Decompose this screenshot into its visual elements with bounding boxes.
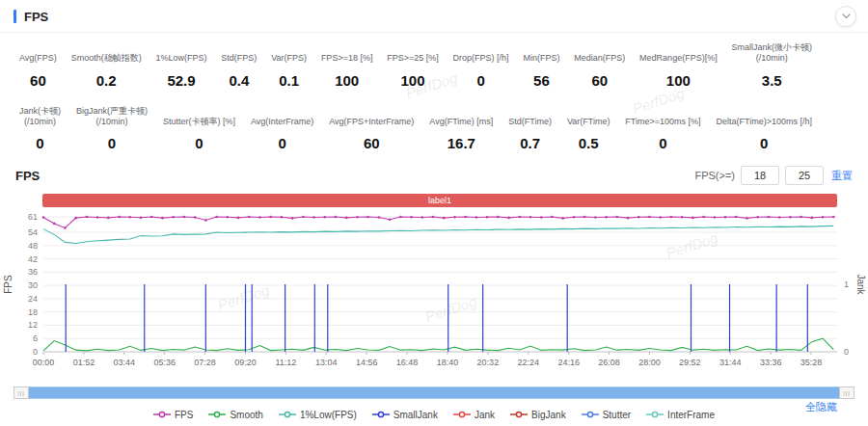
- legend-label: 1%Low(FPS): [300, 410, 357, 420]
- stat-fps-25: FPS>=25 [%]100: [387, 53, 439, 88]
- legend-item-fps[interactable]: FPS: [153, 410, 193, 420]
- svg-text:0: 0: [33, 347, 38, 357]
- timeline-scrollbar: ||| |||: [14, 386, 854, 399]
- stat-min-fps: Min(FPS)56: [523, 53, 559, 88]
- series-smalljank: [66, 284, 807, 352]
- collapse-button[interactable]: [835, 6, 856, 27]
- legend-line-icon: [510, 410, 528, 419]
- stat-value: 60: [591, 72, 608, 89]
- legend-label: Jank: [475, 410, 495, 420]
- stat-fps-18: FPS>=18 [%]100: [321, 53, 373, 88]
- legend-label: SmallJank: [393, 410, 438, 420]
- stat-label: Jank(卡顿) (/10min): [19, 106, 61, 128]
- stat-label: FTime>=100ms [%]: [625, 117, 700, 127]
- legend-item-1-low-fps[interactable]: 1%Low(FPS): [279, 410, 357, 420]
- scrollbar-right-handle[interactable]: |||: [839, 386, 854, 399]
- stat-avg-fps: Avg(FPS)60: [19, 53, 57, 88]
- stat-jank-10min: Jank(卡顿) (/10min)0: [19, 106, 61, 152]
- stat-value: 0.7: [520, 135, 540, 151]
- legend-item-smooth[interactable]: Smooth: [208, 410, 262, 420]
- svg-text:24:16: 24:16: [557, 358, 580, 367]
- legend-line-icon: [372, 410, 390, 419]
- reset-link[interactable]: 重置: [831, 169, 853, 183]
- svg-text:22:24: 22:24: [518, 358, 540, 367]
- svg-text:11:12: 11:12: [275, 358, 296, 367]
- stat-value: 0.1: [279, 72, 299, 89]
- stat-value: 0: [36, 135, 43, 151]
- fps-chart[interactable]: 061218243036424854610100:0001:5203:4405:…: [0, 207, 868, 383]
- stats-row-1: Avg(FPS)60Smooth(稳帧指数)0.21%Low(FPS)52.9S…: [19, 42, 812, 89]
- svg-text:36: 36: [28, 267, 38, 277]
- chart-section-title: FPS: [15, 169, 40, 183]
- stat-label: BigJank(严重卡顿) (/10min): [76, 106, 148, 128]
- stat-ftime-100ms: FTime>=100ms [%]0: [625, 117, 700, 151]
- hide-all-link[interactable]: 全隐藏: [805, 400, 837, 414]
- stats-row-2: Jank(卡顿) (/10min)0BigJank(严重卡顿) (/10min)…: [19, 106, 812, 152]
- stat-value: 56: [533, 72, 550, 89]
- stat-label: Std(FPS): [221, 53, 257, 64]
- svg-text:31:44: 31:44: [719, 358, 742, 367]
- svg-text:30: 30: [28, 280, 38, 290]
- stat-label: Std(FTime): [508, 117, 552, 127]
- stat-avg-interframe: Avg(InterFrame)0: [251, 117, 313, 151]
- scrollbar-left-handle[interactable]: |||: [14, 386, 29, 399]
- svg-text:29:52: 29:52: [679, 358, 701, 367]
- svg-text:16:48: 16:48: [396, 358, 419, 367]
- svg-text:48: 48: [28, 241, 38, 251]
- stat-label: SmallJank(微小卡顿) (/10min): [731, 42, 812, 65]
- stat-drop-fps-h: Drop(FPS) [/h]0: [453, 53, 509, 88]
- stat-label: Var(FPS): [271, 53, 307, 64]
- svg-text:0: 0: [844, 347, 849, 357]
- stat-avg-ftime-ms: Avg(FTime) [ms]16.7: [429, 117, 493, 151]
- fps-threshold-1-input[interactable]: [741, 166, 779, 185]
- svg-text:20:32: 20:32: [477, 358, 500, 367]
- stat-label: Min(FPS): [523, 53, 559, 64]
- legend-item-interframe[interactable]: InterFrame: [646, 410, 715, 420]
- stat-value: 0: [108, 135, 116, 151]
- stat-smalljank-10min: SmallJank(微小卡顿) (/10min)3.5: [731, 42, 812, 89]
- stat-label: FPS>=25 [%]: [387, 53, 439, 64]
- stat-label: Avg(FPS+InterFrame): [329, 117, 414, 127]
- legend-label: BigJank: [531, 410, 566, 420]
- stat-smooth: Smooth(稳帧指数)0.2: [71, 53, 142, 88]
- fps-threshold-2-input[interactable]: [785, 166, 824, 185]
- legend-line-icon: [208, 410, 226, 419]
- legend-label: FPS: [175, 410, 193, 420]
- stat-label: Drop(FPS) [/h]: [453, 53, 509, 64]
- svg-text:14:56: 14:56: [356, 358, 378, 367]
- stat-value: 0: [278, 135, 285, 151]
- svg-text:24: 24: [28, 294, 38, 304]
- stat-value: 60: [364, 135, 380, 151]
- svg-text:42: 42: [28, 254, 38, 264]
- stat-value: 100: [335, 72, 359, 89]
- stat-label: MedRange(FPS)[%]: [639, 53, 718, 64]
- right-axis-title: Jank: [855, 274, 866, 295]
- svg-text:18: 18: [28, 307, 38, 317]
- legend-items: FPSSmooth1%Low(FPS)SmallJankJankBigJankS…: [153, 410, 715, 420]
- stat-value: 60: [30, 72, 46, 89]
- stat-value: 0.5: [579, 135, 599, 151]
- svg-text:18:40: 18:40: [437, 358, 459, 367]
- right-axis: 01: [844, 280, 849, 357]
- stat-label: Avg(FTime) [ms]: [429, 117, 493, 127]
- legend-item-smalljank[interactable]: SmallJank: [372, 410, 438, 420]
- stat-medrange-fps: MedRange(FPS)[%]100: [639, 53, 718, 88]
- stat-bigjank-10min: BigJank(严重卡顿) (/10min)0: [76, 106, 148, 152]
- stat-delta-ftime-100ms-h: Delta(FTime)>100ms [/h]0: [717, 117, 812, 151]
- stat-median-fps: Median(FPS)60: [574, 53, 625, 88]
- svg-text:03:44: 03:44: [114, 358, 136, 367]
- stat-value: 0.4: [229, 72, 249, 89]
- stat-label: Avg(FPS): [19, 53, 57, 64]
- fps-threshold-label: FPS(>=): [694, 170, 735, 181]
- series-1-low-fps: [43, 226, 833, 243]
- scrollbar-range[interactable]: [29, 386, 839, 399]
- svg-text:6: 6: [33, 333, 38, 343]
- legend-item-stutter[interactable]: Stutter: [582, 410, 631, 420]
- svg-text:13:04: 13:04: [315, 358, 338, 367]
- stat-value: 3.5: [762, 72, 782, 89]
- legend-item-jank[interactable]: Jank: [453, 410, 495, 420]
- svg-text:07:28: 07:28: [194, 358, 216, 367]
- legend-item-bigjank[interactable]: BigJank: [510, 410, 566, 420]
- legend-line-icon: [582, 410, 599, 419]
- banner-label: label1: [428, 196, 451, 205]
